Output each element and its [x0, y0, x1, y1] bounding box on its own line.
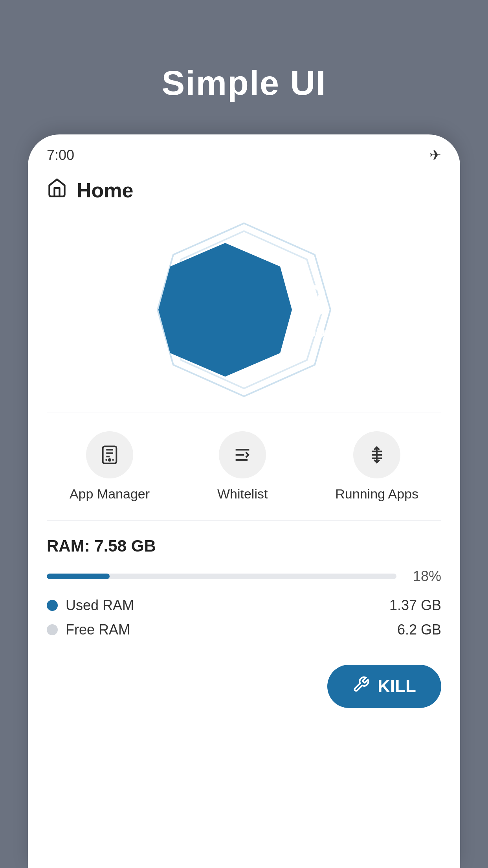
svg-point-9: [112, 459, 114, 461]
octagon-container[interactable]: 8 Apps: [28, 215, 460, 412]
used-ram-value: 1.37 GB: [389, 597, 441, 614]
app-manager-icon-circle: [86, 431, 133, 478]
used-ram-dot: [47, 600, 58, 611]
whitelist-button[interactable]: Whitelist: [217, 431, 268, 502]
whitelist-icon-circle: [219, 431, 266, 478]
status-bar: 7:00 ✈: [28, 134, 460, 170]
running-apps-label: Running Apps: [335, 486, 418, 502]
apps-count: 8: [303, 279, 327, 322]
kill-label: KILL: [378, 677, 416, 696]
status-time: 7:00: [47, 147, 74, 164]
nav-title: Home: [77, 178, 133, 202]
wrench-icon: [352, 676, 370, 693]
ram-legend: Used RAM 1.37 GB Free RAM 6.2 GB: [47, 597, 441, 638]
svg-marker-2: [158, 243, 292, 377]
whitelist-label: Whitelist: [217, 486, 268, 502]
used-ram-label: Used RAM: [66, 597, 134, 614]
svg-point-8: [105, 459, 107, 461]
whitelist-icon: [232, 445, 253, 465]
ram-bar-fill: [47, 574, 110, 579]
running-apps-icon-circle: [353, 431, 400, 478]
running-apps-button[interactable]: Running Apps: [335, 431, 418, 502]
action-buttons: App Manager Whitelist: [28, 412, 460, 520]
apps-label: Apps: [296, 322, 334, 341]
kill-icon: [352, 676, 370, 697]
app-manager-label: App Manager: [70, 486, 150, 502]
ram-free-row: Free RAM 6.2 GB: [47, 622, 441, 638]
free-ram-label: Free RAM: [66, 622, 130, 638]
ram-used-left: Used RAM: [47, 597, 134, 614]
ram-section: RAM: 7.58 GB 18% Used RAM 1.37 GB Free R…: [28, 521, 460, 657]
running-apps-icon: [367, 445, 387, 465]
app-title: Simple UI: [162, 63, 327, 103]
free-ram-value: 6.2 GB: [397, 622, 441, 638]
ram-bar-container: 18%: [47, 568, 441, 585]
airplane-mode-icon: ✈: [429, 147, 441, 164]
ram-title: RAM: 7.58 GB: [47, 537, 441, 555]
ram-used-row: Used RAM 1.37 GB: [47, 597, 441, 614]
octagon-main: [154, 239, 296, 381]
ram-free-left: Free RAM: [47, 622, 130, 638]
home-icon: [47, 178, 67, 203]
app-manager-button[interactable]: App Manager: [70, 431, 150, 502]
nav-header: Home: [28, 170, 460, 215]
phone-frame: 7:00 ✈ Home 8 Apps: [28, 134, 460, 868]
ram-percent: 18%: [406, 568, 441, 585]
svg-point-7: [108, 458, 112, 462]
free-ram-dot: [47, 624, 58, 635]
kill-button[interactable]: KILL: [327, 665, 441, 708]
octagon-content: 8 Apps: [296, 279, 334, 341]
ram-bar-track: [47, 574, 396, 579]
kill-btn-row: KILL: [28, 657, 460, 724]
app-manager-icon: [99, 445, 120, 465]
